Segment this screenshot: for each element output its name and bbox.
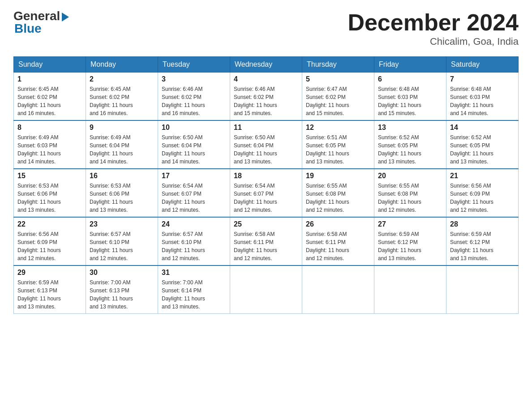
day-info: Sunrise: 6:52 AMSunset: 6:05 PMDaylight:… [378,133,442,166]
day-header-thursday: Thursday [302,57,374,73]
calendar-cell: 17Sunrise: 6:54 AMSunset: 6:07 PMDayligh… [158,169,230,217]
calendar-cell: 18Sunrise: 6:54 AMSunset: 6:07 PMDayligh… [230,169,302,217]
day-info: Sunrise: 6:54 AMSunset: 6:07 PMDaylight:… [162,182,226,214]
day-number: 2 [90,75,154,83]
calendar-cell [230,265,302,314]
calendar-cell: 20Sunrise: 6:55 AMSunset: 6:08 PMDayligh… [374,169,446,217]
calendar-cell: 7Sunrise: 6:48 AMSunset: 6:03 PMDaylight… [446,73,519,121]
calendar-cell: 31Sunrise: 7:00 AMSunset: 6:14 PMDayligh… [158,265,230,314]
day-info: Sunrise: 6:54 AMSunset: 6:07 PMDaylight:… [234,182,298,214]
day-number: 18 [234,172,298,180]
calendar-cell: 6Sunrise: 6:48 AMSunset: 6:03 PMDaylight… [374,73,446,121]
day-info: Sunrise: 6:51 AMSunset: 6:05 PMDaylight:… [306,133,370,166]
day-number: 1 [17,75,82,83]
calendar-cell: 3Sunrise: 6:46 AMSunset: 6:02 PMDaylight… [158,73,230,121]
calendar-cell: 13Sunrise: 6:52 AMSunset: 6:05 PMDayligh… [374,120,446,169]
day-header-sunday: Sunday [14,57,86,73]
day-info: Sunrise: 6:58 AMSunset: 6:11 PMDaylight:… [306,230,370,262]
day-number: 3 [162,75,226,83]
page-header: General Blue December 2024 Chicalim, Goa… [13,9,519,47]
calendar-cell: 24Sunrise: 6:57 AMSunset: 6:10 PMDayligh… [158,217,230,265]
day-number: 14 [450,124,515,132]
calendar-cell: 4Sunrise: 6:46 AMSunset: 6:02 PMDaylight… [230,73,302,121]
day-header-monday: Monday [86,57,158,73]
logo-blue-text: Blue [13,21,42,36]
day-header-tuesday: Tuesday [158,57,230,73]
calendar-cell: 19Sunrise: 6:55 AMSunset: 6:08 PMDayligh… [302,169,374,217]
day-info: Sunrise: 6:45 AMSunset: 6:02 PMDaylight:… [17,85,82,117]
calendar-cell [446,265,519,314]
day-number: 24 [162,220,226,228]
calendar-cell: 16Sunrise: 6:53 AMSunset: 6:06 PMDayligh… [86,169,158,217]
calendar-cell: 14Sunrise: 6:52 AMSunset: 6:05 PMDayligh… [446,120,519,169]
day-info: Sunrise: 6:48 AMSunset: 6:03 PMDaylight:… [378,85,442,117]
week-row-2: 8Sunrise: 6:49 AMSunset: 6:03 PMDaylight… [14,120,519,169]
calendar-cell: 21Sunrise: 6:56 AMSunset: 6:09 PMDayligh… [446,169,519,217]
day-number: 6 [378,75,442,83]
day-info: Sunrise: 6:58 AMSunset: 6:11 PMDaylight:… [234,230,298,262]
calendar-table: SundayMondayTuesdayWednesdayThursdayFrid… [13,56,519,314]
logo: General Blue [13,9,69,36]
day-info: Sunrise: 6:49 AMSunset: 6:04 PMDaylight:… [90,133,154,166]
calendar-cell: 22Sunrise: 6:56 AMSunset: 6:09 PMDayligh… [14,217,86,265]
day-number: 13 [378,124,442,132]
day-info: Sunrise: 6:56 AMSunset: 6:09 PMDaylight:… [450,182,515,214]
day-number: 22 [17,220,82,228]
calendar-cell: 23Sunrise: 6:57 AMSunset: 6:10 PMDayligh… [86,217,158,265]
day-number: 28 [450,220,515,228]
calendar-cell: 25Sunrise: 6:58 AMSunset: 6:11 PMDayligh… [230,217,302,265]
day-header-friday: Friday [374,57,446,73]
day-number: 5 [306,75,370,83]
day-info: Sunrise: 6:59 AMSunset: 6:12 PMDaylight:… [378,230,442,262]
day-number: 9 [90,124,154,132]
day-number: 25 [234,220,298,228]
logo-arrow-icon [62,13,69,21]
calendar-cell: 1Sunrise: 6:45 AMSunset: 6:02 PMDaylight… [14,73,86,121]
day-info: Sunrise: 7:00 AMSunset: 6:14 PMDaylight:… [162,278,226,311]
calendar-cell: 12Sunrise: 6:51 AMSunset: 6:05 PMDayligh… [302,120,374,169]
calendar-cell: 5Sunrise: 6:47 AMSunset: 6:02 PMDaylight… [302,73,374,121]
day-info: Sunrise: 6:57 AMSunset: 6:10 PMDaylight:… [162,230,226,262]
day-number: 15 [17,172,82,180]
day-info: Sunrise: 6:50 AMSunset: 6:04 PMDaylight:… [162,133,226,166]
day-info: Sunrise: 6:52 AMSunset: 6:05 PMDaylight:… [450,133,515,166]
day-number: 11 [234,124,298,132]
header-row: SundayMondayTuesdayWednesdayThursdayFrid… [14,57,519,73]
calendar-cell: 29Sunrise: 6:59 AMSunset: 6:13 PMDayligh… [14,265,86,314]
day-number: 29 [17,269,82,277]
day-number: 19 [306,172,370,180]
calendar-cell: 2Sunrise: 6:45 AMSunset: 6:02 PMDaylight… [86,73,158,121]
day-info: Sunrise: 6:53 AMSunset: 6:06 PMDaylight:… [17,182,82,214]
day-info: Sunrise: 6:46 AMSunset: 6:02 PMDaylight:… [234,85,298,117]
day-info: Sunrise: 6:46 AMSunset: 6:02 PMDaylight:… [162,85,226,117]
day-info: Sunrise: 6:49 AMSunset: 6:03 PMDaylight:… [17,133,82,166]
day-number: 8 [17,124,82,132]
calendar-subtitle: Chicalim, Goa, India [348,36,519,47]
day-number: 26 [306,220,370,228]
calendar-cell: 9Sunrise: 6:49 AMSunset: 6:04 PMDaylight… [86,120,158,169]
day-number: 4 [234,75,298,83]
day-info: Sunrise: 6:55 AMSunset: 6:08 PMDaylight:… [378,182,442,214]
calendar-cell: 28Sunrise: 6:59 AMSunset: 6:12 PMDayligh… [446,217,519,265]
day-info: Sunrise: 7:00 AMSunset: 6:13 PMDaylight:… [90,278,154,311]
calendar-cell: 30Sunrise: 7:00 AMSunset: 6:13 PMDayligh… [86,265,158,314]
calendar-cell: 15Sunrise: 6:53 AMSunset: 6:06 PMDayligh… [14,169,86,217]
day-info: Sunrise: 6:53 AMSunset: 6:06 PMDaylight:… [90,182,154,214]
day-info: Sunrise: 6:50 AMSunset: 6:04 PMDaylight:… [234,133,298,166]
day-info: Sunrise: 6:47 AMSunset: 6:02 PMDaylight:… [306,85,370,117]
day-number: 27 [378,220,442,228]
week-row-4: 22Sunrise: 6:56 AMSunset: 6:09 PMDayligh… [14,217,519,265]
day-number: 16 [90,172,154,180]
title-section: December 2024 Chicalim, Goa, India [348,9,519,47]
calendar-cell: 26Sunrise: 6:58 AMSunset: 6:11 PMDayligh… [302,217,374,265]
day-number: 10 [162,124,226,132]
calendar-title: December 2024 [348,9,519,36]
calendar-cell: 8Sunrise: 6:49 AMSunset: 6:03 PMDaylight… [14,120,86,169]
day-number: 30 [90,269,154,277]
day-info: Sunrise: 6:45 AMSunset: 6:02 PMDaylight:… [90,85,154,117]
day-number: 17 [162,172,226,180]
calendar-cell: 11Sunrise: 6:50 AMSunset: 6:04 PMDayligh… [230,120,302,169]
day-info: Sunrise: 6:59 AMSunset: 6:13 PMDaylight:… [17,278,82,311]
week-row-5: 29Sunrise: 6:59 AMSunset: 6:13 PMDayligh… [14,265,519,314]
calendar-cell: 27Sunrise: 6:59 AMSunset: 6:12 PMDayligh… [374,217,446,265]
